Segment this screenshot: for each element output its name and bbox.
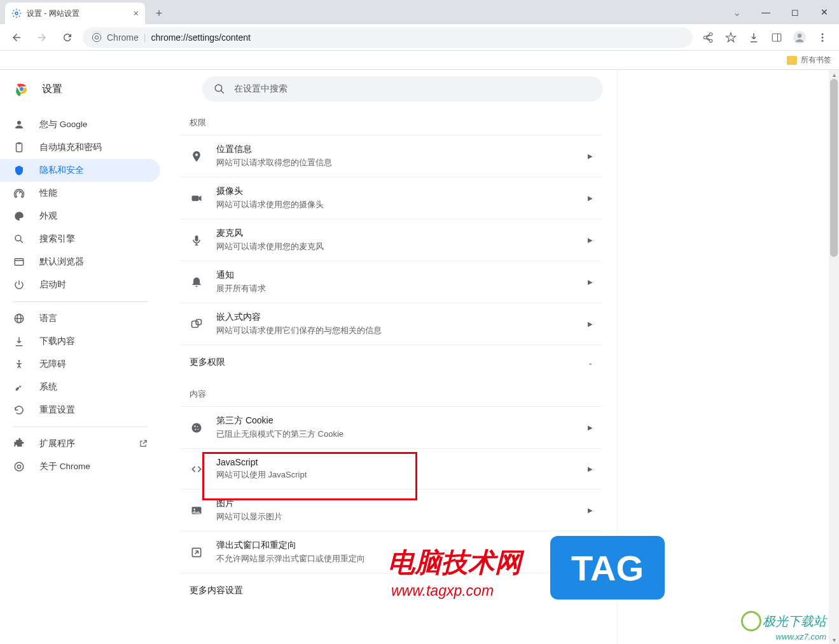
row-desc: 展开所有请求	[216, 283, 575, 294]
svg-rect-21	[15, 259, 24, 266]
close-window-button[interactable]: ✕	[810, 0, 839, 24]
more-permissions-label: 更多权限	[190, 357, 225, 368]
row-more-content[interactable]: 更多内容设置 ⌄	[181, 573, 602, 608]
tab-dropdown-icon[interactable]: ⌄	[722, 0, 751, 24]
maximize-button[interactable]: ◻	[780, 0, 810, 24]
embed-icon	[190, 318, 204, 331]
settings-search-input[interactable]: 在设置中搜索	[202, 76, 603, 102]
divider	[13, 427, 148, 427]
code-icon	[190, 463, 204, 476]
sidebar-item-label: 无障碍	[39, 359, 66, 370]
side-panel-icon[interactable]	[766, 27, 787, 48]
row-desc: 网站可以使用 JavaScript	[216, 469, 575, 481]
row-location[interactable]: 位置信息网站可以请求取得您的位置信息 ▶	[181, 135, 602, 177]
row-title: 第三方 Cookie	[216, 415, 575, 427]
row-title: 麦克风	[216, 228, 575, 239]
row-images[interactable]: 图片网站可以显示图片 ▶	[181, 489, 602, 531]
all-bookmarks-link[interactable]: 所有书签	[801, 55, 831, 65]
svg-point-13	[215, 85, 222, 92]
sidebar-item-label: 默认浏览器	[39, 256, 84, 268]
scroll-down-icon[interactable]: ▾	[831, 636, 837, 643]
sidebar-item-label: 自动填充和密码	[39, 142, 102, 153]
row-desc: 网站可以请求使用它们保存的与您相关的信息	[216, 325, 575, 336]
sidebar-item-label: 搜索引擎	[39, 233, 75, 245]
row-cookies[interactable]: 第三方 Cookie已阻止无痕模式下的第三方 Cookie ▶	[181, 406, 602, 448]
sidebar-item-system[interactable]: 系统	[0, 376, 160, 399]
speedometer-icon	[13, 188, 25, 199]
reload-button[interactable]	[57, 27, 78, 48]
search-icon	[13, 233, 25, 245]
globe-icon	[13, 313, 25, 324]
address-bar[interactable]: Chrome | chrome://settings/content	[83, 27, 693, 48]
svg-point-36	[197, 426, 198, 427]
row-microphone[interactable]: 麦克风网站可以请求使用您的麦克风 ▶	[181, 219, 602, 261]
navbar: Chrome | chrome://settings/content	[0, 24, 839, 51]
svg-line-20	[20, 240, 23, 243]
sidebar-item-accessibility[interactable]: 无障碍	[0, 353, 160, 376]
svg-point-26	[18, 360, 20, 362]
row-notifications[interactable]: 通知展开所有请求 ▶	[181, 261, 602, 303]
sidebar-item-default-browser[interactable]: 默认浏览器	[0, 250, 160, 273]
new-tab-button[interactable]: +	[150, 4, 168, 22]
sidebar-item-extensions[interactable]: 扩展程序	[0, 432, 160, 455]
row-popups[interactable]: 弹出式窗口和重定向不允许网站显示弹出式窗口或使用重定向 ▶	[181, 531, 602, 573]
sidebar-item-you-google[interactable]: 您与 Google	[0, 113, 160, 136]
row-more-permissions[interactable]: 更多权限 ⌄	[181, 345, 602, 380]
scrollbar-track[interactable]: ▴ ▾	[829, 70, 839, 644]
chevron-right-icon: ▶	[588, 195, 593, 202]
row-desc: 网站可以请求取得您的位置信息	[216, 157, 575, 168]
menu-icon[interactable]	[812, 27, 833, 48]
wrench-icon	[13, 381, 25, 393]
chrome-icon	[92, 32, 102, 43]
external-link-icon	[139, 439, 148, 448]
svg-point-6	[798, 34, 801, 38]
svg-point-7	[822, 33, 824, 35]
scrollbar-thumb[interactable]	[830, 79, 838, 257]
bell-icon	[190, 276, 204, 289]
sidebar-item-privacy[interactable]: 隐私和安全	[0, 159, 160, 182]
row-camera[interactable]: 摄像头网站可以请求使用您的摄像头 ▶	[181, 177, 602, 219]
row-javascript[interactable]: JavaScript网站可以使用 JavaScript ▶	[181, 448, 602, 489]
sidebar-item-performance[interactable]: 性能	[0, 182, 160, 205]
person-icon	[13, 119, 25, 130]
bookmark-star-icon[interactable]	[721, 27, 741, 48]
browser-tab[interactable]: 设置 - 网站设置 ×	[5, 3, 145, 24]
permissions-section-label: 权限	[181, 108, 602, 135]
chevron-right-icon: ▶	[588, 278, 593, 285]
svg-point-34	[192, 423, 202, 432]
sidebar-item-label: 扩展程序	[39, 438, 75, 449]
back-button[interactable]	[6, 27, 27, 48]
forward-button[interactable]	[32, 27, 52, 48]
close-tab-icon[interactable]: ×	[134, 8, 139, 18]
sidebar-item-reset[interactable]: 重置设置	[0, 399, 160, 421]
minimize-button[interactable]: —	[751, 0, 780, 24]
profile-icon[interactable]	[789, 27, 810, 48]
row-title: 嵌入式内容	[216, 312, 575, 323]
row-title: 弹出式窗口和重定向	[216, 540, 575, 551]
settings-header: 设置 在设置中搜索	[0, 70, 617, 108]
sidebar-item-about[interactable]: 关于 Chrome	[0, 455, 160, 478]
tab-title: 设置 - 网站设置	[27, 8, 80, 19]
svg-rect-17	[18, 142, 21, 144]
svg-point-8	[822, 36, 824, 38]
sidebar-item-appearance[interactable]: 外观	[0, 205, 160, 228]
sidebar-item-label: 您与 Google	[39, 119, 87, 130]
row-embedded[interactable]: 嵌入式内容网站可以请求使用它们保存的与您相关的信息 ▶	[181, 303, 602, 345]
sidebar-item-language[interactable]: 语言	[0, 307, 160, 330]
shield-icon	[13, 165, 25, 176]
chevron-down-icon: ⌄	[588, 587, 593, 594]
sidebar-item-autofill[interactable]: 自动填充和密码	[0, 136, 160, 159]
row-title: 位置信息	[216, 144, 575, 155]
sidebar-item-search[interactable]: 搜索引擎	[0, 228, 160, 250]
scroll-up-icon[interactable]: ▴	[831, 71, 837, 78]
sidebar-item-label: 隐私和安全	[39, 165, 84, 176]
svg-point-0	[15, 12, 18, 15]
sidebar-item-startup[interactable]: 启动时	[0, 273, 160, 296]
svg-rect-16	[17, 143, 22, 152]
share-icon[interactable]	[698, 27, 718, 48]
row-desc: 网站可以请求使用您的摄像头	[216, 199, 575, 210]
chrome-logo-icon	[14, 81, 29, 97]
svg-point-28	[17, 465, 20, 468]
sidebar-item-downloads[interactable]: 下载内容	[0, 330, 160, 353]
downloads-icon[interactable]	[744, 27, 764, 48]
